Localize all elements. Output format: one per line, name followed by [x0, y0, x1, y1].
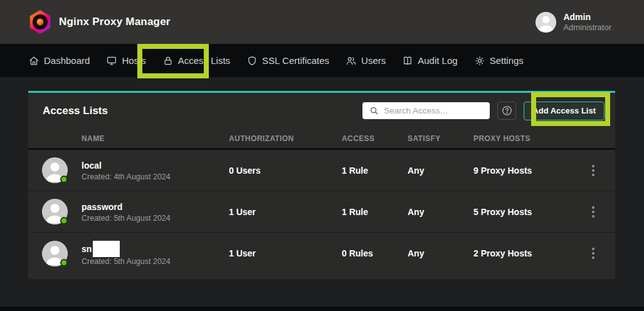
- column-header-name: NAME: [82, 134, 229, 143]
- redaction-box: [93, 241, 120, 257]
- row-menu-button[interactable]: [588, 162, 598, 179]
- access-lists-card: Access Lists Add Access List: [28, 91, 615, 279]
- page-content: Access Lists Add Access List: [0, 77, 644, 307]
- shield-icon: [246, 55, 258, 66]
- app-logo-icon: [29, 10, 51, 34]
- proxy-hosts-value: 2 Proxy Hosts: [473, 248, 571, 258]
- access-value: 1 Rule: [342, 166, 408, 176]
- name-cell: sn Created: 5th August 2024: [82, 241, 229, 266]
- created-date: Created: 5th August 2024: [82, 214, 229, 223]
- nav-item-users[interactable]: Users: [346, 55, 386, 66]
- home-icon: [28, 55, 40, 66]
- status-dot: [60, 217, 68, 224]
- table-header-row: NAME AUTHORIZATION ACCESS SATISFY PROXY …: [28, 129, 615, 150]
- table-row[interactable]: sn Created: 5th August 2024 1 User 0 Rul…: [28, 233, 615, 274]
- nav-item-ssl-certificates[interactable]: SSL Certificates: [246, 55, 329, 66]
- name-cell: local Created: 4th August 2024: [82, 159, 229, 181]
- search-input[interactable]: [384, 106, 478, 115]
- nav-item-access-lists[interactable]: Access Lists: [162, 55, 230, 66]
- row-avatar-cell: [42, 199, 68, 224]
- nav-item-audit-log[interactable]: Audit Log: [402, 55, 457, 66]
- help-circle-icon: [501, 105, 513, 117]
- nav-label: SSL Certificates: [262, 55, 329, 66]
- access-value: 0 Rules: [342, 248, 408, 258]
- access-value: 1 Rule: [342, 207, 408, 217]
- main-nav: Dashboard Hosts Access Lists SSL Certifi…: [0, 44, 644, 77]
- proxy-hosts-value: 5 Proxy Hosts: [473, 207, 571, 217]
- bottom-strip: [0, 307, 644, 311]
- table-row[interactable]: password Created: 5th August 2024 1 User…: [28, 191, 615, 233]
- nav-label: Access Lists: [178, 55, 230, 66]
- app-window: Nginx Proxy Manager Admin Administrator …: [0, 0, 644, 311]
- proxy-hosts-value: 9 Proxy Hosts: [473, 166, 571, 176]
- users-icon: [346, 55, 357, 66]
- column-header-authorization: AUTHORIZATION: [229, 134, 342, 143]
- user-text: Admin Administrator: [563, 12, 611, 32]
- user-avatar: [536, 12, 556, 33]
- gear-icon: [474, 55, 485, 66]
- authorization-value: 1 User: [229, 207, 342, 217]
- row-menu-button[interactable]: [588, 204, 598, 220]
- monitor-icon: [106, 55, 117, 66]
- page-title: Access Lists: [43, 105, 108, 117]
- column-header-satisfy: SATISFY: [408, 134, 473, 143]
- top-bar: Nginx Proxy Manager Admin Administrator: [0, 0, 644, 44]
- row-avatar-cell: [42, 157, 68, 183]
- authorization-value: 0 Users: [229, 166, 342, 176]
- created-date: Created: 4th August 2024: [82, 172, 229, 181]
- user-role: Administrator: [563, 23, 611, 33]
- access-list-name: local: [82, 159, 229, 172]
- nav-item-hosts[interactable]: Hosts: [106, 55, 145, 66]
- status-dot: [60, 259, 68, 266]
- row-menu-button[interactable]: [588, 245, 598, 261]
- nav-label: Hosts: [122, 55, 145, 66]
- row-avatar-cell: [42, 241, 68, 266]
- satisfy-value: Any: [408, 166, 473, 176]
- card-actions: Add Access List: [362, 102, 604, 120]
- access-list-name: sn: [82, 241, 229, 257]
- user-menu[interactable]: Admin Administrator: [536, 12, 611, 33]
- user-name: Admin: [563, 12, 611, 23]
- name-cell: password Created: 5th August 2024: [82, 201, 229, 222]
- nav-label: Settings: [490, 55, 524, 66]
- nav-label: Audit Log: [418, 55, 457, 66]
- person-icon: [536, 12, 556, 33]
- add-access-list-button[interactable]: Add Access List: [524, 102, 604, 120]
- table-row[interactable]: local Created: 4th August 2024 0 Users 1…: [28, 150, 615, 191]
- nav-label: Users: [361, 55, 386, 66]
- lock-icon: [162, 55, 174, 66]
- book-icon: [402, 55, 413, 66]
- help-button[interactable]: [497, 102, 516, 120]
- created-date: Created: 5th August 2024: [82, 257, 229, 266]
- nav-label: Dashboard: [44, 55, 90, 66]
- app-title: Nginx Proxy Manager: [59, 16, 171, 28]
- column-header-access: ACCESS: [342, 134, 408, 143]
- brand: Nginx Proxy Manager: [29, 10, 171, 34]
- status-dot: [60, 176, 68, 183]
- column-header-proxy-hosts: PROXY HOSTS: [473, 134, 571, 143]
- access-list-name: password: [82, 201, 229, 213]
- nav-item-settings[interactable]: Settings: [474, 55, 524, 66]
- card-header: Access Lists Add Access List: [28, 93, 615, 129]
- search-box: [362, 102, 490, 119]
- search-icon: [369, 106, 379, 115]
- satisfy-value: Any: [408, 248, 473, 258]
- satisfy-value: Any: [408, 207, 473, 217]
- authorization-value: 1 User: [229, 248, 342, 258]
- nav-item-dashboard[interactable]: Dashboard: [28, 55, 90, 66]
